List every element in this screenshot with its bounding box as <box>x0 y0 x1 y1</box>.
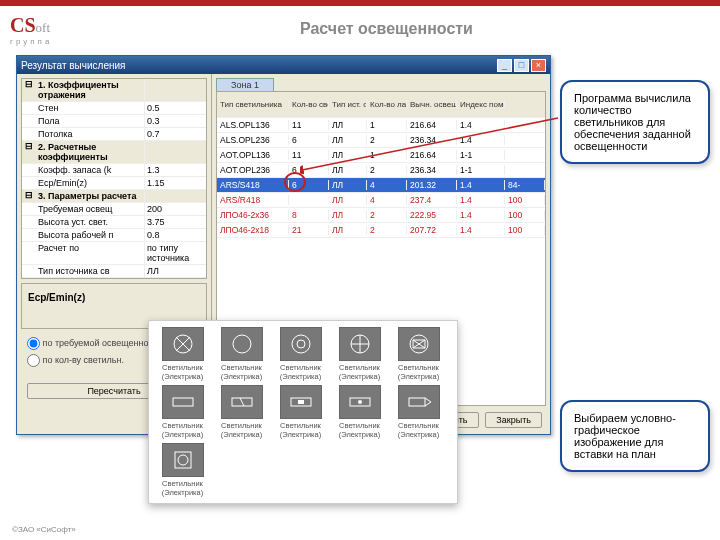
symbol-icon <box>221 327 263 361</box>
table-row[interactable]: ЛПО46-2x1821ЛЛ2207.721.4100 <box>217 223 545 238</box>
maximize-icon[interactable]: □ <box>514 59 529 72</box>
symbol-icon <box>398 385 440 419</box>
table-row[interactable]: ARS/S4186ЛЛ4201.321.484- <box>217 178 545 193</box>
svg-point-19 <box>178 455 188 465</box>
svg-point-16 <box>358 400 362 404</box>
symbol-icon <box>221 385 263 419</box>
symbol-icon <box>280 385 322 419</box>
svg-rect-18 <box>175 452 191 468</box>
close-icon[interactable]: × <box>531 59 546 72</box>
symbol-item[interactable]: Светильник(Электрика) <box>273 385 328 439</box>
symbol-item[interactable]: Светильник(Электрика) <box>273 327 328 381</box>
svg-point-3 <box>233 335 251 353</box>
slide-title: Расчет освещенности <box>300 20 473 38</box>
minimize-icon[interactable]: _ <box>497 59 512 72</box>
callout-2: Выбираем условно-графическое изображение… <box>560 400 710 472</box>
table-row[interactable]: AOT.OPL2366ЛЛ2236.341-1 <box>217 163 545 178</box>
svg-line-12 <box>240 398 244 406</box>
symbol-icon <box>280 327 322 361</box>
table-row[interactable]: ALS.OPL13611ЛЛ1216.641.4 <box>217 118 545 133</box>
symbol-item[interactable]: Светильник(Электрика) <box>155 443 210 497</box>
symbol-icon <box>398 327 440 361</box>
svg-point-4 <box>292 335 310 353</box>
symbol-picker[interactable]: Светильник(Электрика)Светильник(Электрик… <box>148 320 458 504</box>
callout-1: Программа вычислила количество светильни… <box>560 80 710 164</box>
table-row[interactable]: ЛПО46-2x368ЛЛ2222.951.4100 <box>217 208 545 223</box>
symbol-item[interactable]: Светильник(Электрика) <box>332 327 387 381</box>
property-grid[interactable]: ⊟1. Коэффициенты отражения Стен0.5 Пола0… <box>21 78 207 279</box>
symbol-item[interactable]: Светильник(Электрика) <box>214 327 269 381</box>
symbol-item[interactable]: Светильник(Электрика) <box>332 385 387 439</box>
symbol-item[interactable]: Светильник(Электрика) <box>214 385 269 439</box>
svg-rect-10 <box>173 398 193 406</box>
symbol-item[interactable]: Светильник(Электрика) <box>155 327 210 381</box>
table-row[interactable]: ALS.OPL2366ЛЛ2236.341.4 <box>217 133 545 148</box>
symbol-icon <box>339 327 381 361</box>
table-row[interactable]: ARS/R418ЛЛ4237.41.4100 <box>217 193 545 208</box>
close-button[interactable]: Закрыть <box>485 412 542 428</box>
logo: CSoft группа <box>10 14 52 46</box>
svg-rect-14 <box>298 400 304 404</box>
svg-point-5 <box>297 340 305 348</box>
table-row[interactable]: AOT.OPL13611ЛЛ1216.641-1 <box>217 148 545 163</box>
copyright: ©ЗАО «СиСофт» <box>12 525 76 534</box>
symbol-icon <box>162 385 204 419</box>
symbol-icon <box>162 443 204 477</box>
svg-rect-17 <box>409 398 425 406</box>
symbol-item[interactable]: Светильник(Электрика) <box>155 385 210 439</box>
symbol-item[interactable]: Светильник(Электрика) <box>391 385 446 439</box>
symbol-item[interactable]: Светильник(Электрика) <box>391 327 446 381</box>
symbol-icon <box>339 385 381 419</box>
zone-tab[interactable]: Зона 1 <box>216 78 274 91</box>
window-title: Результат вычисления <box>21 60 495 71</box>
symbol-icon <box>162 327 204 361</box>
